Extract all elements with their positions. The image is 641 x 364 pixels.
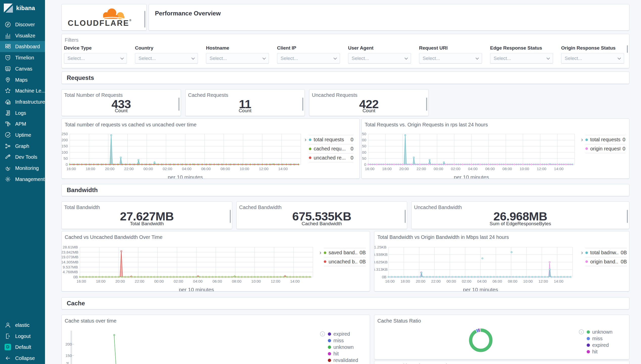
sidebar-item-infrastructure[interactable]: Infrastructure [0,96,45,107]
legend-item[interactable]: miss [328,337,366,344]
y-axis-tick-label: 23.842MB [61,250,78,254]
legend-expand-icon[interactable]: › [581,250,583,256]
filter-select[interactable]: Select... [419,53,482,64]
filter-select[interactable]: Select... [206,53,269,64]
sidebar-item-label: Infrastructure [15,99,45,105]
x-axis-tick-label: 16:00 [385,279,395,283]
panel-scrollbar[interactable] [627,210,628,223]
legend-expand-icon[interactable]: › [319,250,321,256]
panel-scrollbar[interactable] [230,210,231,223]
legend-item[interactable]: revalidated [328,357,366,363]
legend-item[interactable]: cached requ...0 [309,144,353,153]
legend-item[interactable]: expired [587,342,625,348]
sidebar-item-elastic[interactable]: elastic [0,320,45,331]
legend-color-dot [328,346,331,349]
chart-plot-area[interactable] [80,247,313,277]
chart-plot-area[interactable] [70,134,301,165]
sidebar-item-collapse[interactable]: Collapse [0,353,45,364]
legend-item[interactable]: total badnw...0B [585,248,627,257]
y-axis-tick-label: 50 [61,156,68,161]
legend-color-dot [324,260,326,263]
panel-scrollbar[interactable] [627,45,628,53]
legend-item[interactable]: hit [587,348,625,355]
legend-item[interactable]: uncached b...0B [324,257,366,266]
legend-item[interactable]: miss [587,335,625,342]
sidebar-item-label: Default [15,344,31,350]
sidebar-item-dashboard[interactable]: Dashboard [0,41,45,52]
chart-plot-area[interactable] [368,134,575,165]
sidebar-item-label: Collapse [15,355,35,361]
sidebar-item-visualize[interactable]: Visualize [0,30,45,41]
legend-item[interactable]: saved band...0B [324,248,366,257]
sidebar-item-logs[interactable]: Logs [0,107,45,119]
easel-icon [5,65,11,72]
filter-origin-response-status: Origin Response StatusSelect... [561,45,625,64]
y-axis-tick-label: 585.938KB [374,252,386,257]
filter-select[interactable]: Select... [348,53,411,64]
shield-clock-icon [5,54,11,61]
dashboard-title-panel: Performance Overview [149,4,629,31]
legend-expand-icon[interactable]: › [305,137,306,143]
sidebar-item-machine-le[interactable]: Machine Le... [0,85,45,96]
metric-panel-uncached-requests: Uncached Requests422Count [309,89,429,116]
filter-select[interactable]: Select... [64,53,127,64]
sidebar-item-uptime[interactable]: Uptime [0,129,45,141]
sidebar-item-label: Maps [15,77,28,83]
legend-item[interactable]: total requests0 [309,135,353,144]
compass-icon [5,21,11,28]
sidebar-item-default[interactable]: DDefault [0,342,45,353]
legend-item[interactable]: unknown [328,344,366,350]
sidebar-item-discover[interactable]: Discover [0,19,45,30]
chart-plot-area[interactable] [74,334,363,364]
y-axis-tick-label: 0 [361,162,366,167]
legend-color-dot [585,139,588,141]
legend-item[interactable]: total requests0 [585,135,625,144]
select-placeholder: Select... [210,56,227,61]
legend-item[interactable]: origin band...0B [585,257,627,266]
panel-scrollbar[interactable] [302,98,303,111]
donut-slice-unknown[interactable] [471,330,491,350]
sidebar-item-management[interactable]: Management [0,174,45,185]
sidebar-item-graph[interactable]: Graph [0,141,45,152]
chart-legend: unknownmissexpiredhit [587,329,625,355]
legend-item[interactable]: uncached re...0 [309,153,353,162]
sidebar-item-monitoring[interactable]: Monitoring [0,163,45,174]
x-axis-tick-label: 14:00 [554,167,564,171]
cache-status-donut[interactable] [467,326,495,354]
map-pin-icon [5,77,11,83]
filter-select[interactable]: Select... [561,53,624,64]
legend-expand-icon[interactable]: › [320,331,325,336]
sidebar-item-apm[interactable]: APM [0,118,45,129]
legend-item[interactable]: hit [328,350,366,357]
sidebar-item-timelion[interactable]: Timelion [0,52,45,63]
ml-dots-icon [5,87,11,94]
x-axis-tick-label: 06:00 [493,279,502,283]
legend-expand-icon[interactable]: › [579,329,584,334]
y-axis-tick-label: 9.537MB [61,265,78,269]
panel-scrollbar[interactable] [144,11,145,28]
kibana-logo[interactable]: kibana [0,0,45,16]
x-axis-tick-label: 18:00 [86,167,95,171]
chart-title: Total Requests vs. Origin Requests in rp… [365,122,488,128]
legend-expand-icon[interactable]: › [581,137,583,143]
filter-select[interactable]: Select... [277,53,340,64]
filter-select[interactable]: Select... [490,53,553,64]
legend-item[interactable]: origin requests0 [585,144,625,153]
sidebar-item-canvas[interactable]: Canvas [0,63,45,74]
chart-title: Total number of requests vs cached vs un… [65,122,196,128]
sidebar-item-maps[interactable]: Maps [0,74,45,85]
x-axis-tick-label: 18:00 [96,279,106,283]
panel-scrollbar[interactable] [405,210,406,223]
chevron-down-icon [262,56,266,61]
sidebar-item-logout[interactable]: Logout [0,331,45,342]
chart-plot-area[interactable] [388,247,573,277]
legend-item[interactable]: unknown [587,329,625,335]
legend-item[interactable]: expired [328,331,366,337]
panel-scrollbar[interactable] [178,98,179,111]
sidebar-item-dev-tools[interactable]: Dev Tools [0,151,45,163]
logout-door-icon [5,333,11,339]
panel-scrollbar[interactable] [426,98,427,111]
chevron-down-icon [333,56,337,61]
legend-label: hit [592,349,598,355]
filter-select[interactable]: Select... [135,53,198,64]
